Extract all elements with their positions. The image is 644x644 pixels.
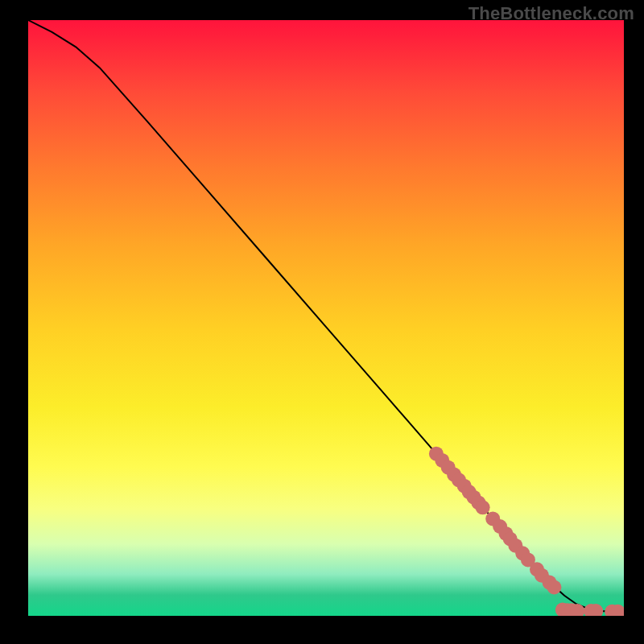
chart-svg xyxy=(28,20,624,616)
plot-area xyxy=(28,20,624,616)
scatter-dot xyxy=(476,500,490,514)
chart-container: TheBottleneck.com xyxy=(0,0,644,644)
curve-line xyxy=(28,20,624,612)
scatter-group xyxy=(429,447,624,616)
scatter-dot xyxy=(547,580,561,595)
